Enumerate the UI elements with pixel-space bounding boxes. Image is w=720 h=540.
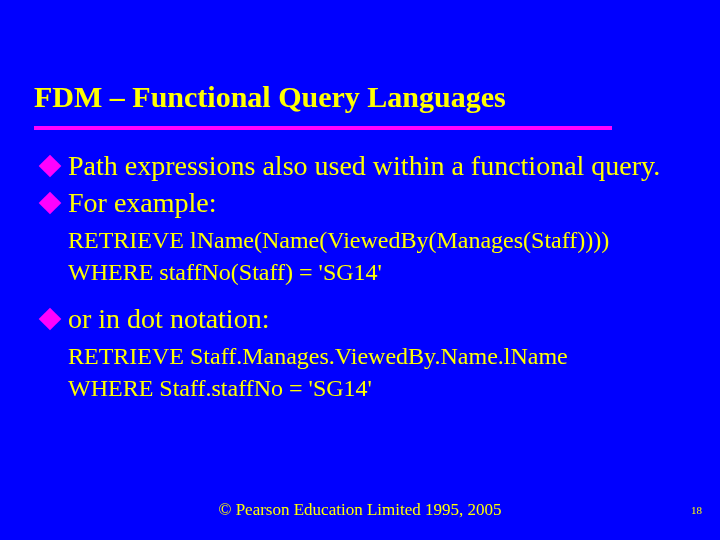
- bullet-item: For example:: [42, 185, 684, 220]
- code-line: WHERE Staff.staffNo = 'SG14': [68, 372, 684, 404]
- bullet-item: or in dot notation:: [42, 301, 684, 336]
- code-line: RETRIEVE lName(Name(ViewedBy(Manages(Sta…: [68, 224, 684, 256]
- slide: FDM – Functional Query Languages Path ex…: [0, 0, 720, 540]
- bullet-text: Path expressions also used within a func…: [68, 148, 660, 183]
- code-line: WHERE staffNo(Staff) = 'SG14': [68, 256, 684, 288]
- slide-title: FDM – Functional Query Languages: [0, 0, 720, 124]
- slide-content: Path expressions also used within a func…: [0, 130, 720, 405]
- bullet-text: or in dot notation:: [68, 301, 269, 336]
- bullet-item: Path expressions also used within a func…: [42, 148, 684, 183]
- code-block: RETRIEVE lName(Name(ViewedBy(Manages(Sta…: [42, 224, 684, 289]
- diamond-bullet-icon: [39, 307, 62, 330]
- code-line: RETRIEVE Staff.Manages.ViewedBy.Name.lNa…: [68, 340, 684, 372]
- diamond-bullet-icon: [39, 155, 62, 178]
- bullet-text: For example:: [68, 185, 217, 220]
- diamond-bullet-icon: [39, 192, 62, 215]
- code-block: RETRIEVE Staff.Manages.ViewedBy.Name.lNa…: [42, 340, 684, 405]
- footer-copyright: © Pearson Education Limited 1995, 2005: [0, 500, 720, 520]
- page-number: 18: [691, 504, 702, 516]
